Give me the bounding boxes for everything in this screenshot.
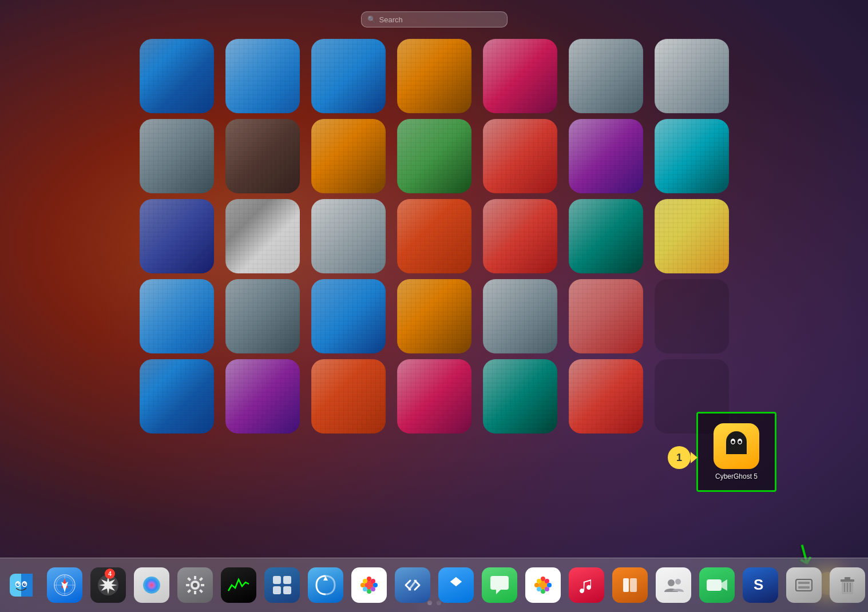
app-icon[interactable] [483,119,557,193]
app-icon[interactable] [311,199,386,273]
app-icon[interactable] [483,199,557,273]
app-icon[interactable] [569,199,643,273]
svg-line-32 [200,578,202,581]
svg-point-14 [17,583,19,585]
app-icon[interactable] [483,359,557,434]
app-icon[interactable] [397,119,471,193]
step1-number: 1 [676,452,682,464]
svg-rect-69 [798,586,810,589]
svg-point-15 [24,583,26,585]
app-icon[interactable] [483,279,557,353]
app-icon[interactable] [569,39,643,113]
app-icon[interactable] [311,39,386,113]
launchpad: 🔍 Search [0,0,868,612]
svg-point-62 [668,579,675,586]
app-icon[interactable] [655,39,729,113]
dock-item-trash[interactable] [828,566,867,605]
dock-item-sketchbook[interactable]: S [741,566,780,605]
svg-point-53 [541,589,545,594]
svg-point-52 [541,577,545,581]
dock-item-safari[interactable] [45,566,84,605]
svg-rect-61 [630,578,637,592]
svg-line-31 [200,590,202,592]
app-icon[interactable] [569,119,643,193]
app-icon[interactable] [483,39,557,113]
dock-item-music[interactable] [567,566,606,605]
app-icon[interactable] [397,39,471,113]
svg-rect-34 [273,576,281,584]
app-icon[interactable] [311,359,386,434]
svg-rect-67 [796,579,812,591]
dock-item-messages[interactable] [480,566,519,605]
app-icon[interactable] [569,359,643,434]
dock-item-activity[interactable] [219,566,258,605]
cyberghost-icon [714,423,759,469]
dock-item-backup[interactable] [784,566,823,605]
svg-point-46 [363,587,367,591]
svg-rect-72 [845,577,850,580]
app-icon[interactable] [140,199,214,273]
dock-item-dashboard[interactable] [263,566,302,605]
svg-point-44 [363,579,367,583]
app-grid [105,39,763,595]
dock-item-dropbox[interactable] [437,566,475,605]
dock-item-siri[interactable] [132,566,171,605]
dock: S [0,558,868,612]
svg-rect-60 [623,578,629,592]
app-icon[interactable] [311,119,386,193]
app-icon[interactable] [569,279,643,353]
app-icon[interactable] [225,359,300,434]
search-icon: 🔍 [367,15,376,23]
svg-line-33 [188,590,190,592]
app-icon[interactable] [655,199,729,273]
app-icon[interactable] [397,199,471,273]
svg-line-30 [188,578,190,581]
app-icon[interactable] [140,39,214,113]
app-icon[interactable] [140,279,214,353]
app-icon[interactable] [397,359,471,434]
svg-point-56 [537,579,541,583]
dock-item-migrate[interactable] [306,566,345,605]
search-bar[interactable]: 🔍 Search [361,11,508,27]
app-icon[interactable] [225,199,300,273]
app-icon-empty [655,279,729,353]
svg-point-23 [143,577,160,594]
dock-item-books[interactable] [611,566,649,605]
app-icon[interactable] [397,279,471,353]
dock-item-photos[interactable] [350,566,389,605]
svg-point-55 [547,583,552,587]
svg-point-5 [739,441,742,444]
svg-point-47 [371,587,375,591]
svg-point-58 [537,587,541,591]
svg-point-41 [367,589,371,594]
svg-point-4 [732,441,735,444]
app-icon[interactable] [140,359,214,434]
svg-rect-1 [726,442,747,454]
svg-point-54 [534,583,539,587]
dock-item-finder[interactable] [2,566,41,605]
badge-count: 4 [105,569,115,579]
cyberghost-highlight[interactable]: CyberGhost 5 [696,412,776,492]
app-icon[interactable] [225,39,300,113]
svg-point-63 [675,579,681,585]
svg-rect-64 [707,579,722,591]
app-icon[interactable] [225,279,300,353]
svg-marker-50 [450,577,462,586]
svg-point-43 [373,583,378,587]
svg-point-45 [371,579,375,583]
svg-rect-68 [798,582,810,584]
svg-point-59 [545,587,549,591]
app-icon[interactable] [655,119,729,193]
app-icon[interactable] [225,119,300,193]
dock-item-facetime[interactable] [697,566,736,605]
app-icon[interactable] [311,279,386,353]
dock-item-photos2[interactable] [524,566,562,605]
dock-item-contacts[interactable] [654,566,693,605]
app-icon[interactable] [140,119,214,193]
step1-indicator: 1 [668,446,691,469]
search-bar-container[interactable]: 🔍 Search [361,11,508,27]
svg-rect-37 [283,586,291,594]
dock-item-sysprefs[interactable] [176,566,215,605]
svg-point-25 [193,583,197,587]
dock-item-xcode[interactable] [393,566,432,605]
